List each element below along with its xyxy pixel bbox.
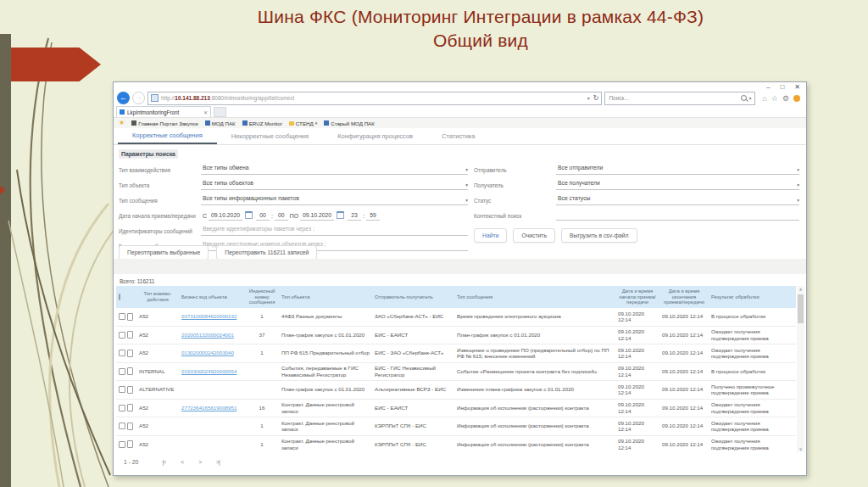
home-icon[interactable]: ⌂ <box>762 94 766 103</box>
gear-icon[interactable]: ⚙ <box>782 94 789 103</box>
feedback-smiley-icon[interactable] <box>793 95 800 102</box>
receiver-select[interactable]: Все получатели ▾ <box>556 180 799 190</box>
resend-all-button[interactable]: Переотправить 116211 записей <box>216 245 317 260</box>
tab-close-icon[interactable]: ✕ <box>203 109 208 115</box>
table-row[interactable]: A52 013020000242003040 1 ПП РФ 615 Предв… <box>116 344 796 363</box>
prev-page-icon[interactable]: < <box>181 459 183 465</box>
sender-select[interactable]: Все отправители ▾ <box>556 165 799 175</box>
table-scrollbar[interactable]: ∧ ∨ <box>797 286 804 452</box>
scroll-thumb[interactable] <box>798 294 804 323</box>
cell-select <box>116 344 136 363</box>
row-doc-icon[interactable] <box>127 404 133 411</box>
minute-to-input[interactable]: 59 <box>366 212 380 221</box>
table-row[interactable]: A52 1 Контракт. Данные реестровой записи… <box>116 435 796 452</box>
minute-from-input[interactable]: 00 <box>275 212 288 221</box>
status-select[interactable]: Все статусы ▾ <box>556 195 799 205</box>
table-row[interactable]: A52 2772364165619008951 16 Контракт. Дан… <box>116 399 796 417</box>
app-tab[interactable]: Некорректные сообщения <box>217 128 323 144</box>
refresh-icon[interactable]: ↻ <box>593 94 599 102</box>
favorites-icon[interactable]: ☆ <box>771 94 778 103</box>
business-code-link[interactable]: 0373100084620000232 <box>181 313 236 319</box>
url-host: 10.141.88.213 <box>175 95 210 101</box>
business-code-link[interactable]: 2772364165619008951 <box>181 405 236 411</box>
search-input[interactable]: Поиск... ▾ <box>604 92 755 105</box>
row-checkbox[interactable] <box>119 441 125 448</box>
minimize-icon[interactable]: – <box>766 84 770 91</box>
search-params-title: Параметры поиска <box>119 149 178 159</box>
address-bar[interactable]: http://10.141.88.213:8080/intmonitoring/… <box>147 92 602 105</box>
first-page-icon[interactable]: |< <box>162 459 165 465</box>
export-csv-button[interactable]: Выгрузить в csv-файл <box>561 228 637 243</box>
object-type-select[interactable]: Все типы объектов ▾ <box>201 180 468 190</box>
cell-result: Ожидает получения подтверждения приема <box>709 344 796 363</box>
browser-tab[interactable]: LkpIntmonitoringFront ✕ <box>116 106 211 117</box>
app-tab[interactable]: Корректные сообщения <box>118 128 217 144</box>
table-row[interactable]: ALTERNATIVE План-график закупок с 01.01.… <box>116 381 796 400</box>
row-doc-icon[interactable] <box>127 331 133 339</box>
business-code-link[interactable]: 202005132000024001 <box>181 332 234 338</box>
date-from-input[interactable]: 09.10.2020 <box>209 212 242 221</box>
date-to-input[interactable]: 09.10.2020 <box>300 212 334 221</box>
bookmark-item[interactable]: ERUZ Monitor <box>242 120 282 126</box>
message-ids-input[interactable]: Введите идентификаторы пакетов через ; <box>201 226 468 236</box>
search-icon[interactable] <box>741 95 747 101</box>
chevron-down-icon[interactable]: ▾ <box>748 95 751 101</box>
row-doc-icon[interactable] <box>127 350 133 357</box>
hour-from-input[interactable]: 00 <box>256 212 270 221</box>
table-row[interactable]: A52 1 Контракт. Данные реестровой записи… <box>116 417 796 436</box>
favorites-star-icon[interactable]: ★ <box>119 120 125 126</box>
forward-button[interactable]: → <box>132 92 145 104</box>
back-button[interactable]: ← <box>117 92 130 104</box>
row-doc-icon[interactable] <box>127 386 133 394</box>
row-checkbox[interactable] <box>119 386 125 393</box>
last-page-icon[interactable]: >| <box>216 459 220 465</box>
row-checkbox[interactable] <box>119 350 125 356</box>
business-code-link[interactable]: 0163300024920000054 <box>181 368 236 374</box>
resend-selected-button[interactable]: Переотправить выбранные <box>119 245 209 260</box>
row-checkbox[interactable] <box>119 423 125 429</box>
cell-start-datetime: 09.10.2020 12:14 <box>615 381 659 400</box>
chevron-down-icon[interactable]: ▾ <box>587 95 590 101</box>
row-doc-icon[interactable] <box>127 423 133 430</box>
row-doc-icon[interactable] <box>127 367 133 375</box>
app-tab[interactable]: Конфигурация процессов <box>323 128 427 144</box>
calendar-icon[interactable] <box>337 211 344 219</box>
row-checkbox[interactable] <box>119 313 125 320</box>
bookmark-item[interactable]: СТЕНД▾ <box>289 120 317 126</box>
context-search-input[interactable] <box>556 210 799 221</box>
table-row[interactable]: A52 202005132000024001 37 План-график за… <box>116 326 796 344</box>
cell-message-type: Информация об исполнении (расторжении) к… <box>454 435 615 452</box>
row-checkbox[interactable] <box>119 405 125 411</box>
hour-to-input[interactable]: 23 <box>348 212 361 221</box>
close-icon[interactable]: ✕ <box>794 84 800 91</box>
slide: { "slide": { "title_line1": "Шина ФКС (М… <box>0 0 868 487</box>
interaction-type-select[interactable]: Все типы обмена ▾ <box>201 165 468 175</box>
maximize-icon[interactable]: □ <box>780 84 784 91</box>
calendar-icon[interactable] <box>245 211 253 219</box>
cell-index-number: 1 <box>245 435 279 452</box>
message-type-select[interactable]: Все типы информационных пакетов ▾ <box>201 195 468 205</box>
cell-select <box>116 308 136 326</box>
app-tab[interactable]: Статистика <box>427 128 489 144</box>
scroll-up-icon[interactable]: ∧ <box>799 286 803 293</box>
find-button[interactable]: Найти <box>474 228 507 243</box>
field-label: Тип объекта <box>119 182 201 190</box>
cell-index-number: 1 <box>245 344 279 363</box>
next-page-icon[interactable]: > <box>198 459 201 465</box>
window-controls: – □ ✕ <box>766 84 800 91</box>
table-row[interactable]: A52 0373100084620000232 1 44ФЗ Разные до… <box>116 308 796 326</box>
row-checkbox[interactable] <box>119 332 125 339</box>
row-checkbox[interactable] <box>119 368 125 375</box>
business-code-link[interactable]: 013020000242003040 <box>181 350 234 355</box>
bookmark-item[interactable]: Главная Портал Закупок <box>131 120 198 126</box>
new-tab-button[interactable] <box>214 107 226 117</box>
row-doc-icon[interactable] <box>127 440 133 448</box>
cell-select <box>116 362 136 381</box>
select-all-checkbox[interactable] <box>119 294 120 300</box>
bookmark-item[interactable]: Старый МОД ПАК <box>324 120 375 126</box>
row-doc-icon[interactable] <box>127 313 133 321</box>
table-row[interactable]: INTERNAL 0163300024920000054 События, пе… <box>116 362 796 381</box>
scroll-down-icon[interactable]: ∨ <box>799 445 803 452</box>
bookmark-item[interactable]: МОД ПАК <box>205 120 236 126</box>
clear-button[interactable]: Очистить <box>513 228 555 243</box>
